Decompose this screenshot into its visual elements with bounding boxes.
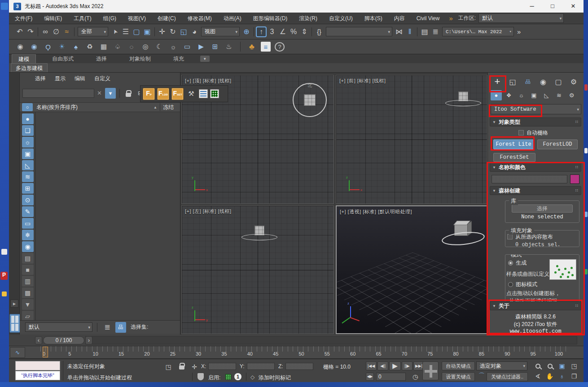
scene-explorer-toggle-icon[interactable]: ≣ <box>430 26 441 37</box>
sun-icon[interactable]: ☀ <box>57 41 67 52</box>
mirror-icon[interactable]: ⋈ <box>394 26 404 37</box>
tab-utilities[interactable]: ⚙ <box>567 75 580 88</box>
display-spacewarps-toggle[interactable]: ≋ <box>22 171 34 182</box>
fire-ring-icon[interactable]: ◌ <box>127 41 136 52</box>
explorer-menu-item[interactable]: 选择 <box>31 73 50 84</box>
spinner-snap-icon[interactable]: ⇕ <box>299 26 310 37</box>
isolate-selection-icon[interactable]: ◳ <box>162 362 174 372</box>
object-color-swatch[interactable] <box>570 174 579 184</box>
z-coordinate-field[interactable] <box>285 363 313 370</box>
layout-tab-quad-button[interactable] <box>9 314 20 333</box>
lock-cell-editing-toggle[interactable]: ▤ <box>22 253 34 264</box>
select-and-move-icon[interactable]: ✛ <box>157 26 167 37</box>
palette-icon[interactable]: ☾ <box>154 41 164 52</box>
render-region-icon[interactable]: ⊞ <box>210 41 220 52</box>
tree-outline-icon[interactable]: ♤ <box>113 41 123 52</box>
display-frozen-toggle[interactable]: ❄ <box>22 230 34 240</box>
field-of-view-icon[interactable]: ∢ <box>532 371 544 381</box>
maximize-viewport-icon[interactable]: ❐ <box>568 371 580 381</box>
forest-list-view-icon[interactable] <box>199 89 208 98</box>
zoom-region-icon[interactable]: ◳ <box>568 361 580 371</box>
select-and-rotate-icon[interactable]: ↻ <box>167 26 178 37</box>
separator[interactable] <box>312 27 312 36</box>
mini-curve-editor-button[interactable]: ∿ <box>10 347 25 358</box>
menu-item[interactable]: 图形编辑器(D) <box>247 13 294 24</box>
display-helpers-toggle[interactable]: ◺ <box>22 160 34 171</box>
zoom-extents-icon[interactable]: ▣ <box>556 361 568 371</box>
previous-frame-button[interactable]: ◀|| <box>377 361 388 370</box>
minimize-button[interactable]: ─ <box>522 0 542 13</box>
unlink-selection-icon[interactable]: ∅ <box>51 26 61 37</box>
forest-set-button[interactable]: ForestSet <box>493 153 535 162</box>
menu-item[interactable]: 脚本(S) <box>359 13 388 24</box>
ribbon-tab[interactable]: 填充 <box>167 54 190 63</box>
select-and-scale-icon[interactable]: ◱ <box>178 26 189 37</box>
category-lights[interactable]: ☼ <box>516 90 527 100</box>
display-containers-toggle[interactable]: ▭ <box>22 218 34 229</box>
category-systems[interactable]: ⚙ <box>566 90 577 100</box>
plugin-category-dropdown[interactable]: Itoo Software ▾ <box>491 104 581 114</box>
material-spheres-icon[interactable]: ◎ <box>140 41 150 52</box>
category-shapes[interactable]: ❖ <box>503 90 514 100</box>
menu-item[interactable]: 工具(T) <box>68 13 97 24</box>
menu-item[interactable]: 渲染(R) <box>293 13 323 24</box>
forest-grid-view-icon[interactable] <box>210 89 219 98</box>
scene-cube[interactable] <box>304 94 316 106</box>
select-by-name-icon[interactable]: ☰ <box>120 26 131 37</box>
menu-overflow-chevron[interactable]: » <box>449 14 452 22</box>
teapot-icon[interactable]: ♨ <box>224 41 234 52</box>
window-crossing-icon[interactable]: ▣ <box>142 26 153 37</box>
column-frozen-header[interactable]: 冻结 <box>163 104 174 111</box>
menu-item[interactable]: 创建(C) <box>152 13 182 24</box>
pan-hand-icon[interactable]: ✋ <box>544 371 556 381</box>
viewport-left[interactable]: [+] [左] [标准] [线框] z y <box>181 205 334 334</box>
select-and-place-icon[interactable]: ◕ <box>189 26 200 37</box>
toolbar-overflow-chevron[interactable]: » <box>517 28 521 35</box>
filter-combinations-toggle[interactable]: ▩ <box>22 287 34 298</box>
align-icon[interactable]: ‖ <box>404 26 415 37</box>
separator[interactable] <box>38 27 38 36</box>
ribbon-tab[interactable]: 自由形式 <box>46 54 80 63</box>
time-configuration-icon[interactable]: ◷ <box>409 372 421 382</box>
column-name-header[interactable]: 名称(按升序排序) <box>36 104 78 111</box>
generate-radio[interactable] <box>508 261 513 265</box>
time-slider-track[interactable] <box>85 336 577 344</box>
sort-ascending-icon[interactable]: ▲ <box>154 105 157 109</box>
reference-coordinate-dropdown[interactable]: 视图 ▾ <box>201 27 240 36</box>
one-badge[interactable]: 1 <box>234 373 241 380</box>
select-and-link-icon[interactable]: ∞ <box>40 26 51 37</box>
help-icon[interactable]: ? <box>275 42 285 52</box>
forest-lod-button[interactable]: FLOD <box>157 88 169 100</box>
auto-key-button[interactable]: 自动关键点 <box>442 361 475 370</box>
scatter-from-selection-checkbox[interactable] <box>507 234 513 239</box>
menu-item[interactable]: 自定义(U) <box>323 13 359 24</box>
close-button[interactable]: ✕ <box>563 0 584 13</box>
object-name-field[interactable] <box>491 175 567 183</box>
menu-item[interactable]: 修改器(M) <box>182 13 218 24</box>
layer-manager-icon[interactable]: ▤ <box>419 26 430 37</box>
render-setup-icon[interactable]: ▭ <box>182 41 192 52</box>
use-pivot-center-icon[interactable]: ⊕ <box>241 26 252 37</box>
forest-pack-button[interactable]: FP <box>143 88 155 100</box>
separator[interactable] <box>417 27 417 36</box>
note-toggle[interactable]: ▥ <box>22 276 34 287</box>
forest-list-icon[interactable]: ≡ <box>261 42 271 52</box>
ribbon-tab[interactable]: 建模 <box>12 54 36 63</box>
category-cameras[interactable]: ▣ <box>528 90 540 100</box>
x-coordinate-field[interactable] <box>208 363 236 370</box>
zoom-all-icon[interactable] <box>544 361 556 371</box>
viewport-front[interactable]: [+] [前] [标准] [线框] z x <box>336 75 487 204</box>
about-website[interactable]: www.itoosoft.com <box>490 328 581 335</box>
maxscript-mini-listener-bottom[interactable]: “执行脚本完毕” <box>15 371 60 380</box>
display-xrefs-toggle[interactable]: ⊙ <box>22 195 34 205</box>
redo-icon[interactable]: ↷ <box>25 26 36 37</box>
previous-frame-arrow[interactable]: ‹ <box>35 336 42 344</box>
current-frame-field[interactable]: 0 <box>376 373 406 381</box>
display-groups-toggle[interactable]: ⊞ <box>22 183 34 194</box>
rollout-about-header[interactable]: ▼ 关于 ∷ <box>490 301 581 310</box>
row-icon-header[interactable]: ○ <box>22 103 33 111</box>
layout-tabs-arrow-button[interactable]: ▸ <box>10 300 18 308</box>
next-frame-button[interactable]: ||▶ <box>402 361 412 370</box>
key-filters-button[interactable]: 关键点过滤器.. <box>487 372 528 381</box>
ribbon-collapse-icon[interactable]: ▾ <box>200 56 210 62</box>
